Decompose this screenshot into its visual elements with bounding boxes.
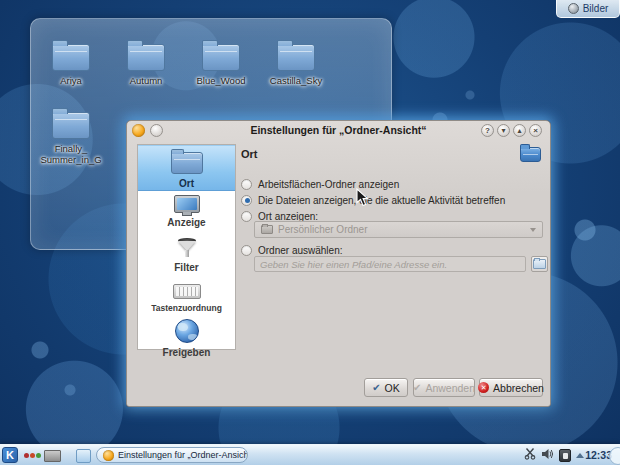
quicklaunch-dot-icon[interactable] [24,453,29,458]
keyboard-icon [173,284,201,299]
close-button[interactable]: × [529,124,542,137]
gear-icon [568,3,579,14]
task-button-label: Einstellungen für „Ordner-Ansicht“ [118,450,248,460]
folder-icon [202,44,240,71]
folder-icon [277,44,315,71]
path-input[interactable] [254,256,526,272]
apply-button[interactable]: ✔ Anwenden [413,378,475,397]
cancel-icon: ✕ [478,382,489,393]
quicklaunch-dot-icon[interactable] [36,453,41,458]
cancel-button[interactable]: ✕ Abbrechen [479,378,543,397]
folder-icon [171,152,203,174]
folder-label: Autumn [108,75,184,86]
ok-label: OK [385,382,400,394]
radio-label: Ort anzeigen: [258,211,318,222]
folder-icon [52,112,90,139]
chevron-down-icon [530,228,536,232]
check-icon: ✔ [372,382,380,393]
folder-blue-wood[interactable]: Blue_Wood [183,39,259,86]
sidebar-item-label: Tastenzuordnung [138,303,235,313]
folder-icon [520,147,541,162]
digital-clock[interactable]: 12:33 [585,449,612,461]
folder-castilla-sky[interactable]: Castilla_Sky [258,39,334,86]
location-combobox[interactable]: Persönlicher Ordner [254,221,543,238]
check-icon: ✔ [413,382,421,393]
sidebar-item-ort[interactable]: Ort [138,145,235,191]
sidebar-item-label: Filter [138,262,235,273]
sidebar-item-label: Anzeige [138,217,235,228]
radio-label: Ordner auswählen: [258,245,343,256]
taskbar: K Einstellungen für „Ordner-Ansicht“ [0,444,620,465]
radio-icon [241,211,252,222]
folder-finally-summer[interactable]: Finally_ Summer_in_G [33,107,109,166]
folderview-title-label: Bilder [583,3,609,14]
folder-label: Finally_ [33,143,109,154]
folder-icon [52,44,90,71]
volume-speaker-icon[interactable] [541,446,554,464]
radio-activity-files[interactable]: Die Dateien anzeigen, die die aktuelle A… [241,193,505,207]
folder-label: Blue_Wood [183,75,259,86]
radio-choose-folder[interactable]: Ordner auswählen: [241,243,343,257]
kmenu-button[interactable]: K [2,447,18,463]
sidebar-item-label: Ort [138,178,235,189]
tray-expand-arrow-icon[interactable] [576,453,584,458]
ok-button[interactable]: ✔ OK [364,378,408,397]
device-notifier-icon[interactable] [559,449,571,462]
folder-icon [533,259,546,269]
dialog-titlebar: Einstellungen für „Ordner-Ansicht“ ? ▾ ▴… [127,121,550,141]
sidebar-item-tastenzuordnung[interactable]: Tastenzuordnung [138,278,235,316]
folder-label: Summer_in_G [33,154,109,165]
desktop: Ariya Autumn Blue_Wood Castilla_Sky Fina… [0,0,620,465]
show-desktop-icon[interactable] [44,450,61,462]
home-folder-icon [261,225,273,234]
radio-desktop-folder[interactable]: Arbeitsflächen-Ordner anzeigen [241,177,399,191]
settings-dialog: Einstellungen für „Ordner-Ansicht“ ? ▾ ▴… [126,120,551,407]
radio-icon [241,245,252,256]
cancel-label: Abbrechen [493,382,544,394]
sidebar-item-label: Freigeben [138,347,235,358]
folder-label: Ariya [33,75,109,86]
panel-cashew[interactable] [609,447,620,465]
quicklaunch-dot-icon[interactable] [30,453,35,458]
radio-icon-checked [241,195,252,206]
funnel-icon [176,238,198,258]
radio-icon [241,179,252,190]
radio-label: Die Dateien anzeigen, die die aktuelle A… [258,195,505,206]
page-header-icon-wrap [520,147,541,166]
klipper-scissors-icon[interactable] [524,446,536,464]
system-tray [524,445,584,465]
sidebar-item-filter[interactable]: Filter [138,235,235,277]
folder-ariya[interactable]: Ariya [33,39,109,86]
monitor-icon [174,195,200,213]
task-button[interactable]: Einstellungen für „Ordner-Ansicht“ [96,447,248,463]
radio-label: Arbeitsflächen-Ordner anzeigen [258,179,399,190]
sidebar-item-freigeben[interactable]: Freigeben [138,315,235,357]
folder-autumn[interactable]: Autumn [108,39,184,86]
apply-label: Anwenden [425,382,475,394]
pager-icon[interactable] [76,449,91,463]
folderview-title-button[interactable]: Bilder [556,0,620,18]
page-title: Ort [241,148,258,160]
combobox-value: Persönlicher Ordner [278,224,367,235]
dialog-sidebar: Ort Anzeige Filter Tastenzuordnung Freig… [137,144,236,350]
settings-app-icon [103,450,114,461]
help-button[interactable]: ? [481,124,494,137]
folder-icon [127,44,165,71]
sidebar-item-anzeige[interactable]: Anzeige [138,191,235,234]
browse-folder-button[interactable] [531,256,548,272]
globe-icon [175,319,199,343]
folder-label: Castilla_Sky [258,75,334,86]
minimize-button[interactable]: ▾ [497,124,510,137]
maximize-button[interactable]: ▴ [513,124,526,137]
